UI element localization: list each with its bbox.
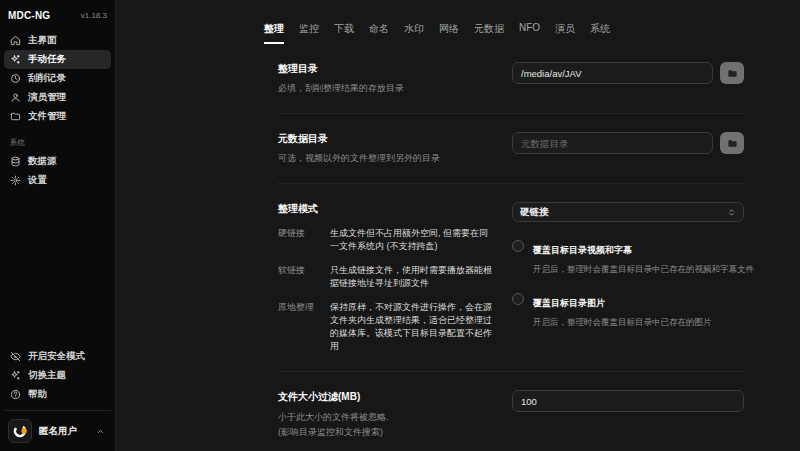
mode-desc: 生成文件但不占用额外空间, 但需要在同一文件系统内 (不支持跨盘) (330, 227, 494, 253)
main-panel: 整理监控下载命名水印网络元数据NFO演员系统 整理目录 必填，刮削整理结果的存放… (116, 0, 800, 451)
mode-explanation-row: 硬链接生成文件但不占用额外空间, 但需要在同一文件系统内 (不支持跨盘) (278, 227, 494, 253)
toggle-row: 覆盖目标目录图片开启后，整理时会覆盖目标目录中已存在的图片 (512, 292, 744, 328)
toggle-switch[interactable] (512, 293, 524, 305)
sidebar-item-label: 主界面 (28, 34, 57, 47)
avatar (8, 419, 32, 443)
metadata-dir-browse-button[interactable] (720, 132, 744, 154)
app-title: MDC-NG (8, 10, 50, 21)
organize-dir-browse-button[interactable] (720, 62, 744, 84)
folder-icon (727, 68, 738, 79)
mode-term: 硬链接 (278, 227, 320, 253)
sidebar-item-label: 文件管理 (28, 110, 66, 123)
eye-off-icon (10, 351, 21, 362)
sidebar-item-label: 设置 (28, 174, 47, 187)
organize-mode-label: 整理模式 (278, 202, 494, 216)
sidebar-item-label: 演员管理 (28, 91, 66, 104)
sidebar-item-label: 切换主题 (28, 369, 66, 382)
size-filter-desc-line2: (影响目录监控和文件搜索) (278, 426, 494, 439)
mode-explanation-row: 软链接只生成链接文件，使用时需要播放器能根据链接地址寻址到源文件 (278, 264, 494, 290)
tab-整理[interactable]: 整理 (264, 22, 284, 44)
toggle-desc: 开启后，整理时会覆盖目标目录中已存在的图片 (533, 316, 712, 328)
brand-logo-icon (12, 423, 28, 439)
sidebar-header: MDC-NG v1.18.3 (4, 8, 111, 31)
toggle-label: 覆盖目标目录视频和字幕 (533, 245, 632, 255)
organize-dir-input[interactable] (512, 62, 713, 84)
user-menu[interactable]: 匿名用户 (4, 417, 111, 445)
sidebar-item-sparkles[interactable]: 手动任务 (4, 50, 111, 69)
settings-form: 整理目录 必填，刮削整理结果的存放目录 (264, 44, 744, 451)
tab-下载[interactable]: 下载 (334, 22, 354, 44)
toggle-switch[interactable] (512, 240, 524, 252)
sidebar-item-label: 手动任务 (28, 53, 66, 66)
section-metadata-dir: 元数据目录 可选，视频以外的文件整理到另外的目录 (264, 114, 744, 183)
tab-演员[interactable]: 演员 (555, 22, 575, 44)
organize-mode-selected-value: 硬链接 (520, 206, 549, 219)
sidebar-nav-main: 主界面手动任务刮削记录演员管理文件管理 (4, 31, 111, 126)
sidebar: MDC-NG v1.18.3 主界面手动任务刮削记录演员管理文件管理 系统 数据… (0, 0, 116, 451)
toggle-row: 覆盖目标目录视频和字幕开启后，整理时会覆盖目标目录中已存在的视频和字幕文件 (512, 239, 744, 275)
tab-监控[interactable]: 监控 (299, 22, 319, 44)
size-filter-input[interactable] (512, 390, 744, 412)
tab-系统[interactable]: 系统 (590, 22, 610, 44)
folder-icon (727, 138, 738, 149)
sidebar-item-label: 开启安全模式 (28, 350, 85, 363)
mode-desc: 保持原样，不对源文件进行操作，会在源文件夹内生成整理结果，适合已经整理过的媒体库… (330, 301, 494, 353)
toggle-label: 覆盖目标目录图片 (533, 298, 605, 308)
sidebar-item-user[interactable]: 演员管理 (4, 88, 111, 107)
sidebar-item-gear[interactable]: 设置 (4, 171, 111, 190)
app-version: v1.18.3 (81, 11, 107, 20)
help-circle-icon (10, 389, 21, 400)
tab-网络[interactable]: 网络 (439, 22, 459, 44)
sparkles-icon (10, 370, 21, 381)
sidebar-item-history[interactable]: 刮削记录 (4, 69, 111, 88)
settings-tabs: 整理监控下载命名水印网络元数据NFO演员系统 (264, 0, 744, 44)
sparkles-icon (10, 54, 21, 65)
sidebar-item-database[interactable]: 数据源 (4, 152, 111, 171)
home-icon (10, 35, 21, 46)
mode-desc: 只生成链接文件，使用时需要播放器能根据链接地址寻址到源文件 (330, 264, 494, 290)
sidebar-item-folder[interactable]: 文件管理 (4, 107, 111, 126)
tab-NFO[interactable]: NFO (519, 22, 540, 44)
sidebar-nav-footer: 开启安全模式切换主题帮助 (4, 347, 111, 404)
tab-水印[interactable]: 水印 (404, 22, 424, 44)
sidebar-item-help-circle[interactable]: 帮助 (4, 385, 111, 404)
mode-term: 原地整理 (278, 301, 320, 353)
metadata-dir-input[interactable] (512, 132, 713, 154)
size-filter-desc-line1: 小于此大小的文件将被忽略. (278, 411, 494, 424)
tab-元数据[interactable]: 元数据 (474, 22, 504, 44)
sidebar-item-home[interactable]: 主界面 (4, 31, 111, 50)
chevrons-up-down-icon (727, 208, 736, 217)
metadata-dir-desc: 可选，视频以外的文件整理到另外的目录 (278, 152, 494, 165)
sidebar-item-label: 刮削记录 (28, 72, 66, 85)
organize-mode-toggles: 覆盖目标目录视频和字幕开启后，整理时会覆盖目标目录中已存在的视频和字幕文件覆盖目… (512, 239, 744, 328)
organize-mode-select[interactable]: 硬链接 (512, 202, 744, 222)
sidebar-divider (4, 410, 111, 411)
section-organize-dir: 整理目录 必填，刮削整理结果的存放目录 (264, 44, 744, 113)
section-size-filter: 文件大小过滤(MB) 小于此大小的文件将被忽略. (影响目录监控和文件搜索) (264, 372, 744, 451)
sidebar-spacer (4, 190, 111, 347)
sidebar-item-label: 帮助 (28, 388, 47, 401)
app-window: MDC-NG v1.18.3 主界面手动任务刮削记录演员管理文件管理 系统 数据… (0, 0, 800, 451)
sidebar-section-system-label: 系统 (4, 126, 111, 152)
organize-dir-label: 整理目录 (278, 62, 494, 76)
size-filter-label: 文件大小过滤(MB) (278, 390, 494, 404)
user-name: 匿名用户 (39, 425, 89, 438)
mode-explanation-row: 原地整理保持原样，不对源文件进行操作，会在源文件夹内生成整理结果，适合已经整理过… (278, 301, 494, 353)
metadata-dir-label: 元数据目录 (278, 132, 494, 146)
sidebar-item-label: 数据源 (28, 155, 57, 168)
tab-命名[interactable]: 命名 (369, 22, 389, 44)
gear-icon (10, 175, 21, 186)
database-icon (10, 156, 21, 167)
organize-mode-explanations: 硬链接生成文件但不占用额外空间, 但需要在同一文件系统内 (不支持跨盘)软链接只… (278, 227, 494, 353)
chevron-up-icon (96, 422, 105, 440)
history-icon (10, 73, 21, 84)
toggle-desc: 开启后，整理时会覆盖目标目录中已存在的视频和字幕文件 (533, 263, 754, 275)
sidebar-item-sparkles[interactable]: 切换主题 (4, 366, 111, 385)
mode-term: 软链接 (278, 264, 320, 290)
user-icon (10, 92, 21, 103)
section-organize-mode: 整理模式 硬链接生成文件但不占用额外空间, 但需要在同一文件系统内 (不支持跨盘… (264, 184, 744, 371)
sidebar-item-eye-off[interactable]: 开启安全模式 (4, 347, 111, 366)
sidebar-nav-system: 数据源设置 (4, 152, 111, 190)
folder-icon (10, 111, 21, 122)
organize-dir-desc: 必填，刮削整理结果的存放目录 (278, 82, 494, 95)
